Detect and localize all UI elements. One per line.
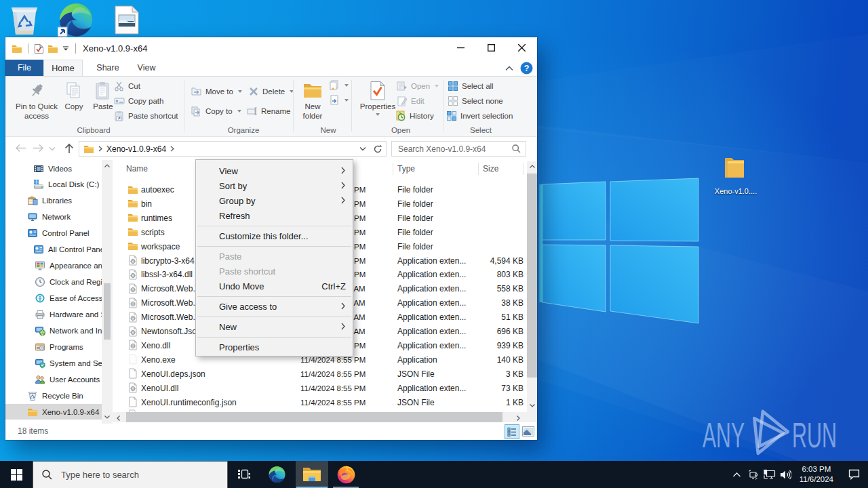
context-menu-item-group-by[interactable]: Group by [196, 193, 353, 208]
file-scroll-left-icon[interactable] [117, 415, 120, 421]
pin-to-quick-access-button[interactable]: Pin to Quick access [14, 80, 60, 121]
search-icon[interactable] [512, 144, 521, 153]
select-none-button[interactable]: Select none [448, 96, 503, 106]
nav-item-user-accounts[interactable]: User Accounts [5, 371, 102, 387]
copy-to-button[interactable]: Copy to [191, 106, 241, 117]
taskbar-search-box[interactable]: Type here to search [33, 461, 228, 488]
context-menu-item-sort-by[interactable]: Sort by [196, 178, 353, 193]
recent-locations-dropdown-icon[interactable] [49, 146, 56, 151]
nav-scroll-up-icon[interactable] [104, 164, 110, 167]
large-icons-view-button[interactable] [521, 426, 534, 437]
copy-button[interactable]: Copy [61, 80, 87, 112]
refresh-icon[interactable] [373, 144, 382, 154]
tab-file[interactable]: File [5, 60, 43, 76]
qat-customize-dropdown-icon[interactable] [62, 45, 70, 52]
start-button[interactable] [0, 461, 33, 488]
rename-button[interactable]: Rename [247, 106, 290, 117]
nav-item-all-control-panel-items[interactable]: All Control Panel Items [5, 242, 102, 258]
nav-item-clock-and-region[interactable]: Clock and Region [5, 274, 102, 290]
file-vscrollbar-thumb[interactable] [527, 174, 537, 378]
desktop-icon-xeno-folder[interactable] [724, 155, 745, 180]
tray-volume-icon[interactable] [778, 461, 794, 488]
file-hscrollbar-thumb[interactable] [126, 412, 502, 422]
desktop-icon-image-file[interactable] [115, 5, 139, 35]
desktop-icon-edge[interactable] [58, 3, 94, 38]
qat-properties-button[interactable] [34, 43, 44, 54]
nav-item-libraries[interactable]: Libraries [5, 193, 102, 209]
column-header-name[interactable]: Name [126, 161, 148, 176]
new-folder-button[interactable]: New folder [298, 80, 327, 121]
copy-path-button[interactable]: Copy path [114, 96, 163, 106]
paste-button[interactable]: Paste [90, 80, 117, 112]
back-button[interactable] [15, 144, 26, 152]
easy-access-button[interactable] [329, 95, 349, 106]
column-divider[interactable] [393, 163, 393, 175]
details-view-button[interactable] [505, 424, 519, 439]
history-button[interactable]: History [395, 110, 434, 121]
address-history-dropdown-icon[interactable] [359, 146, 366, 151]
taskbar-file-explorer-button[interactable] [296, 461, 328, 488]
context-menu-item-give-access-to[interactable]: Give access to [196, 299, 353, 314]
qat-new-folder-button[interactable] [47, 43, 58, 54]
nav-item-programs[interactable]: Programs [5, 339, 102, 354]
maximize-button[interactable] [476, 37, 507, 58]
taskbar-firefox-button[interactable] [330, 461, 362, 488]
action-center-button[interactable] [840, 461, 868, 488]
tab-view[interactable]: View [129, 60, 164, 76]
nav-item-xeno-v1-0-9-x64[interactable]: Xeno-v1.0.9-x64 [5, 404, 102, 420]
context-menu-item-customize-this-folder-[interactable]: Customize this folder... [196, 228, 353, 243]
breadcrumb-chevron-icon[interactable] [170, 146, 174, 152]
nav-scrollbar-thumb[interactable] [104, 283, 111, 340]
nav-item-videos[interactable]: Videos [5, 161, 102, 176]
context-menu-item-paste[interactable]: Paste [196, 249, 353, 264]
minimize-ribbon-icon[interactable] [505, 66, 513, 71]
up-button[interactable] [64, 143, 75, 154]
open-button[interactable]: Open [397, 81, 439, 92]
breadcrumb-path[interactable]: Xeno-v1.0.9-x64 [106, 144, 166, 154]
taskbar-edge-button[interactable] [260, 461, 293, 488]
file-scroll-right-icon[interactable] [517, 415, 520, 421]
move-to-button[interactable]: Move to [191, 86, 242, 97]
address-bar[interactable]: Xeno-v1.0.9-x64 [79, 141, 387, 157]
column-header-size[interactable]: Size [483, 161, 498, 176]
column-header-type[interactable]: Type [397, 161, 415, 176]
nav-item-recycle-bin[interactable]: Recycle Bin [5, 388, 102, 403]
tray-network-icon[interactable] [762, 461, 778, 488]
tray-show-hidden-icons-button[interactable] [729, 461, 745, 488]
context-menu-item-refresh[interactable]: Refresh [196, 208, 353, 223]
nav-item-system-and-security[interactable]: System and Security [5, 355, 102, 371]
tab-share[interactable]: Share [87, 60, 129, 76]
nav-item-network-and-internet[interactable]: Network and Internet [5, 323, 102, 339]
invert-selection-button[interactable]: Invert selection [446, 110, 513, 121]
search-box[interactable]: Search Xeno-v1.0.9-x64 [391, 141, 526, 157]
minimize-button[interactable] [446, 37, 476, 58]
new-item-button[interactable] [329, 80, 349, 91]
column-divider[interactable] [524, 163, 524, 175]
desktop-icon-recycle-bin[interactable] [9, 3, 39, 37]
help-icon[interactable]: ? [520, 62, 533, 75]
context-menu-item-new[interactable]: New [196, 319, 353, 334]
paste-shortcut-button[interactable]: Paste shortcut [114, 110, 178, 121]
file-scroll-down-icon[interactable] [530, 404, 535, 407]
file-row[interactable]: XenoUI.runtimeconfig.json 11/4/2024 8:55… [113, 395, 526, 409]
select-all-button[interactable]: Select all [448, 81, 494, 92]
nav-item-local-disk-c-[interactable]: Local Disk (C:) [5, 177, 102, 192]
nav-scroll-down-icon[interactable] [104, 415, 110, 419]
column-divider[interactable] [478, 163, 479, 175]
file-scroll-up-icon[interactable] [530, 165, 535, 168]
context-menu-item-paste-shortcut[interactable]: Paste shortcut [196, 264, 353, 279]
delete-button[interactable]: Delete [248, 86, 294, 97]
close-button[interactable] [507, 37, 537, 58]
title-bar[interactable]: Xeno-v1.0.9-x64 [5, 37, 537, 60]
nav-item-hardware-and-sound[interactable]: Hardware and Sound [5, 307, 102, 323]
forward-button[interactable] [33, 144, 44, 152]
context-menu-item-view[interactable]: View [196, 163, 353, 178]
context-menu-item-undo-move[interactable]: Undo Move Ctrl+Z [196, 279, 353, 293]
nav-item-ease-of-access[interactable]: Ease of Access [5, 291, 102, 306]
file-row[interactable]: XenoUI.deps.json 11/4/2024 8:55 PM JSON … [113, 367, 526, 381]
tab-home[interactable]: Home [43, 60, 83, 76]
file-row[interactable]: XenoUI.dll 11/4/2024 8:55 PM Application… [113, 381, 526, 395]
nav-item-appearance-and-personalization[interactable]: Appearance and Personalization [5, 258, 102, 274]
nav-item-control-panel[interactable]: Control Panel [5, 226, 102, 241]
context-menu-item-properties[interactable]: Properties [196, 340, 353, 354]
